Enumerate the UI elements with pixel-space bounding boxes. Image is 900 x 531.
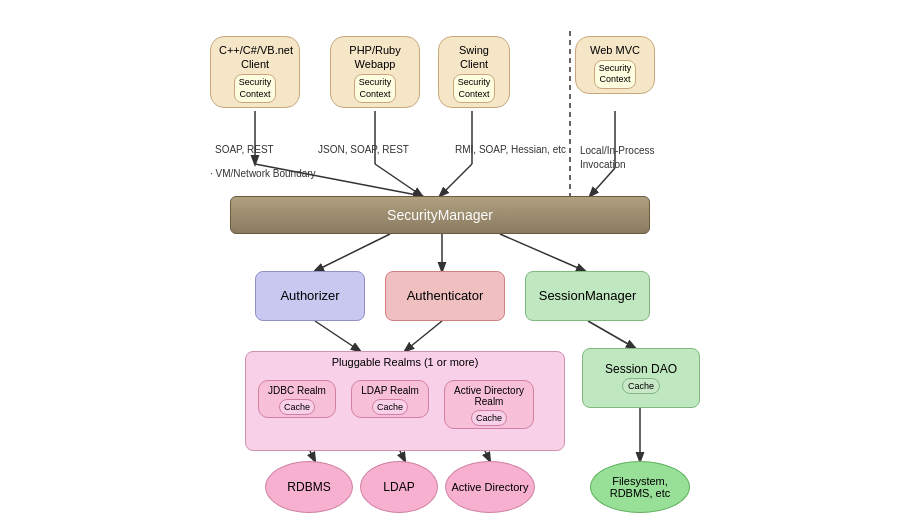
session-dao-cache: Cache — [622, 378, 660, 394]
svg-line-14 — [588, 321, 635, 348]
ldap-label: LDAP — [383, 480, 414, 494]
active-directory-realm-box: Active Directory Realm Cache — [444, 380, 534, 429]
authorizer-label: Authorizer — [280, 288, 339, 303]
json-soap-rest-label: JSON, SOAP, REST — [318, 144, 409, 155]
rmi-soap-label: RMI, SOAP, Hessian, etc — [455, 144, 566, 155]
ldap-cache: Cache — [372, 399, 408, 415]
filesystem-oval: Filesystem, RDBMS, etc — [590, 461, 690, 513]
authorizer-box: Authorizer — [255, 271, 365, 321]
session-manager-box: SessionManager — [525, 271, 650, 321]
svg-line-6 — [440, 164, 472, 196]
active-directory-label: Active Directory — [451, 481, 528, 493]
ldap-realm-label: LDAP Realm — [357, 385, 423, 396]
ldap-realm-box: LDAP Realm Cache — [351, 380, 429, 418]
swing-security-context: SecurityContext — [453, 74, 496, 103]
webmvc-security-context: SecurityContext — [594, 60, 637, 89]
jdbc-cache: Cache — [279, 399, 315, 415]
svg-line-9 — [315, 234, 390, 271]
webmvc-client-label: Web MVC — [584, 43, 646, 57]
webmvc-client-box: Web MVC SecurityContext — [575, 36, 655, 95]
svg-line-12 — [315, 321, 360, 351]
active-directory-realm-label: Active Directory Realm — [450, 385, 528, 407]
soap-rest-label: SOAP, REST — [215, 144, 274, 155]
cpp-client-label: C++/C#/VB.netClient — [219, 43, 291, 72]
pluggable-realms-container: Pluggable Realms (1 or more) JDBC Realm … — [245, 351, 565, 451]
session-dao-box: Session DAO Cache — [582, 348, 700, 408]
php-client-label: PHP/RubyWebapp — [339, 43, 411, 72]
filesystem-label: Filesystem, RDBMS, etc — [591, 475, 689, 499]
authenticator-box: Authenticator — [385, 271, 505, 321]
security-manager-box: SecurityManager — [230, 196, 650, 234]
php-security-context: SecurityContext — [354, 74, 397, 103]
authenticator-label: Authenticator — [407, 288, 484, 303]
rdbms-label: RDBMS — [287, 480, 330, 494]
jdbc-realm-label: JDBC Realm — [264, 385, 330, 396]
local-in-process-label: Local/In-ProcessInvocation — [580, 144, 654, 172]
ad-cache: Cache — [471, 410, 507, 426]
svg-line-13 — [405, 321, 442, 351]
jdbc-realm-box: JDBC Realm Cache — [258, 380, 336, 418]
vm-boundary-label: · VM/Network Boundary — [210, 168, 316, 179]
svg-line-4 — [375, 164, 422, 196]
swing-client-box: SwingClient SecurityContext — [438, 36, 510, 109]
svg-line-11 — [500, 234, 585, 271]
rdbms-oval: RDBMS — [265, 461, 353, 513]
ldap-oval: LDAP — [360, 461, 438, 513]
security-manager-label: SecurityManager — [387, 207, 493, 223]
swing-client-label: SwingClient — [447, 43, 501, 72]
svg-line-8 — [590, 168, 615, 196]
pluggable-realms-label: Pluggable Realms (1 or more) — [246, 352, 564, 368]
cpp-security-context: SecurityContext — [234, 74, 277, 103]
session-dao-label: Session DAO — [605, 362, 677, 376]
cpp-client-box: C++/C#/VB.netClient SecurityContext — [210, 36, 300, 109]
active-directory-oval: Active Directory — [445, 461, 535, 513]
php-client-box: PHP/RubyWebapp SecurityContext — [330, 36, 420, 109]
session-manager-label: SessionManager — [539, 288, 637, 303]
